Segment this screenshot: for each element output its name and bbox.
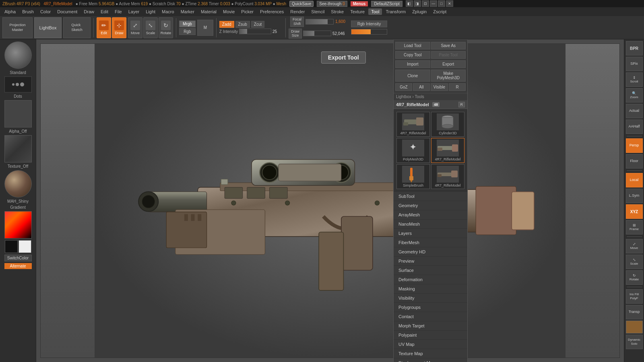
rgb-button[interactable]: Rgb [179,28,196,35]
icon-btn-2[interactable]: ◨ [414,0,421,7]
menu-displacement-map[interactable]: Displacement Map [394,358,467,362]
menu-light[interactable]: Light [143,8,158,15]
scroll-button[interactable]: ⇕ Scroll [626,72,643,87]
menu-alpha[interactable]: Alpha [2,8,19,15]
menu-polypaint[interactable]: Polypaint [394,331,467,340]
draw-button[interactable]: ⊹ Draw [112,17,126,38]
menu-texture[interactable]: Texture [347,8,367,15]
menu-fibermesh[interactable]: FiberMesh [394,238,467,247]
menu-morph-target[interactable]: Morph Target [394,321,467,331]
bpr-button[interactable]: BPR [626,41,643,56]
menu-stencil[interactable]: Stencil [308,8,327,15]
save-as-button[interactable]: Save As [431,42,466,49]
actual-button[interactable]: Actual [626,104,643,118]
menu-file[interactable]: File [112,8,125,15]
menu-marker[interactable]: Marker [178,8,197,15]
menu-edit[interactable]: Edit [98,8,111,15]
menu-material[interactable]: Material [198,8,219,15]
menu-preferences[interactable]: Preferences [257,8,287,15]
transp-button[interactable]: Transp [626,305,643,319]
menu-contact[interactable]: Contact [394,312,467,321]
menu-tool[interactable]: Tool [368,8,382,15]
zadd-button[interactable]: Zadd [219,21,234,28]
menu-deformation[interactable]: Deformation [394,275,467,284]
aahalf-button[interactable]: AAHalf [626,119,643,134]
rotate-button[interactable]: ↻ Rotate [159,17,173,38]
material-sphere-button[interactable] [626,321,643,333]
menu-transform[interactable]: Transform [383,8,409,15]
r-small-button[interactable]: R [449,83,466,91]
alternate-button[interactable]: Alternate [4,263,32,269]
lsym-button[interactable]: L.Sym [626,189,643,203]
menu-arraymesh[interactable]: ArrayMesh [394,210,467,220]
all-button[interactable]: All [413,83,430,91]
import-button[interactable]: Import [395,60,430,68]
material-preview[interactable] [4,170,32,197]
menu-document[interactable]: Document [54,8,80,15]
thumb-simplebrush[interactable]: SimpleBrush [396,164,430,189]
export-button[interactable]: Export [431,60,466,68]
menu-geometry-hd[interactable]: Geometry HD [394,247,467,257]
floor-button[interactable]: Floor [626,154,643,169]
menu-uv-map[interactable]: UV Map [394,340,467,349]
menus-button[interactable]: Menus [351,1,368,6]
thumb-gun-2[interactable]: 4R7_RifleModel [431,138,464,163]
copy-tool-button[interactable]: Copy Tool [395,51,430,59]
menu-render[interactable]: Render [287,8,308,15]
menu-nanomesh[interactable]: NanoMesh [394,220,467,229]
icon-btn-3[interactable]: ⊡ [422,0,429,7]
zoom-button[interactable]: 🔍 Zoom [626,88,643,103]
move-button[interactable]: ⤢ Move [128,17,142,38]
menu-masking[interactable]: Masking [394,284,467,294]
thumb-polymesh[interactable]: ✦ PolyMesh3D [396,138,430,163]
menu-preview[interactable]: Preview [394,257,467,266]
z-intensity-slider[interactable] [239,29,271,34]
paste-tool-button[interactable]: Paste Tool [431,51,466,59]
canvas-area[interactable]: Export Tool Load Tool Save As Copy Tool … [36,39,624,362]
dots-preview[interactable] [4,76,32,93]
xyz-button[interactable]: XYZ [626,204,643,219]
load-tool-button[interactable]: Load Tool [395,42,430,49]
defaultzscript-button[interactable]: DefaultZScript [371,1,402,7]
rotate-right-button[interactable]: ↻ Rotate [626,270,643,285]
lightbox-button[interactable]: LightBox [34,17,62,38]
quicksave-button[interactable]: QuickSave [289,1,314,7]
edit-button[interactable]: ✏ Edit [97,17,111,38]
menu-texture-map[interactable]: Texture Map [394,349,467,358]
focal-slider[interactable] [305,19,334,25]
menu-polygroups[interactable]: Polygroups [394,303,467,312]
ins-fill-button[interactable]: Ins FillPolyF [626,289,643,304]
goz-button[interactable]: GoZ [395,83,412,91]
menu-draw[interactable]: Draw [81,8,97,15]
menu-brush[interactable]: Brush [19,8,37,15]
menu-stroke[interactable]: Stroke [328,8,347,15]
menu-layers[interactable]: Layers [394,229,467,238]
rgb-intensity-button[interactable]: Rgb Intensity [351,21,387,27]
menu-visibility[interactable]: Visibility [394,294,467,303]
clone-button[interactable]: Clone [395,70,430,82]
dynamic-solo-button[interactable]: DynamicSolo [626,335,643,349]
icon-btn-4[interactable]: — [430,0,437,7]
draw-size-slider[interactable] [303,31,331,36]
menu-zscript[interactable]: Zscript [430,8,449,15]
model-r-button[interactable]: R [458,102,465,107]
move-right-button[interactable]: ⤢ Move [626,239,643,253]
mrgb-button[interactable]: Mrgb [179,21,196,27]
thumb-gun-3[interactable]: 4R7_RifleModel [431,164,464,189]
visible-button[interactable]: Visible [431,83,448,91]
zcut-button[interactable]: Zcut [251,21,264,28]
brush-preview[interactable] [4,41,32,69]
menu-zplugin[interactable]: Zplugin [409,8,429,15]
menu-macro[interactable]: Macro [159,8,177,15]
m-button[interactable]: M [197,20,213,36]
menu-movie[interactable]: Movie [220,8,237,15]
local-button[interactable]: Local [626,173,643,187]
icon-btn-1[interactable]: ◧ [406,0,413,7]
quick-sketch-button[interactable]: QuickSketch [63,17,91,38]
alpha-preview[interactable] [4,100,32,128]
make-polymesh-button[interactable]: Make PolyMesh3D [431,70,466,82]
rgb-intensity-slider[interactable] [351,29,387,35]
swatch-black[interactable] [5,240,18,253]
color-swatch[interactable] [4,211,32,239]
swatch-white[interactable] [19,240,31,253]
